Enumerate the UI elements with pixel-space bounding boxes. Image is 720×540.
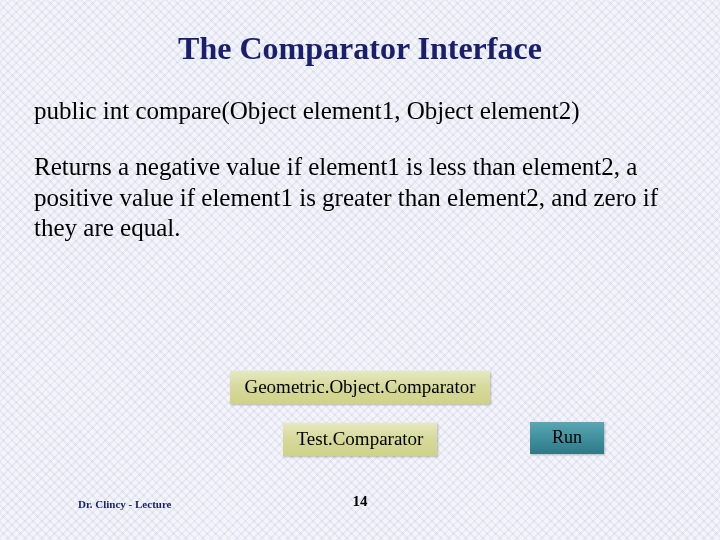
test-comparator-button[interactable]: Test.Comparator bbox=[283, 423, 438, 456]
button-area: Geometric.Object.Comparator Test.Compara… bbox=[0, 370, 720, 474]
geometric-object-comparator-button[interactable]: Geometric.Object.Comparator bbox=[230, 371, 489, 404]
run-button[interactable]: Run bbox=[530, 422, 604, 454]
footer-author: Dr. Clincy - Lecture bbox=[78, 498, 171, 510]
button-row-2: Test.Comparator Run bbox=[0, 422, 720, 456]
method-description: Returns a negative value if element1 is … bbox=[34, 152, 686, 244]
footer-page-number: 14 bbox=[353, 493, 368, 510]
slide-title: The Comparator Interface bbox=[34, 30, 686, 67]
slide: The Comparator Interface public int comp… bbox=[0, 0, 720, 540]
button-row-1: Geometric.Object.Comparator bbox=[0, 370, 720, 404]
method-signature: public int compare(Object element1, Obje… bbox=[34, 95, 686, 126]
